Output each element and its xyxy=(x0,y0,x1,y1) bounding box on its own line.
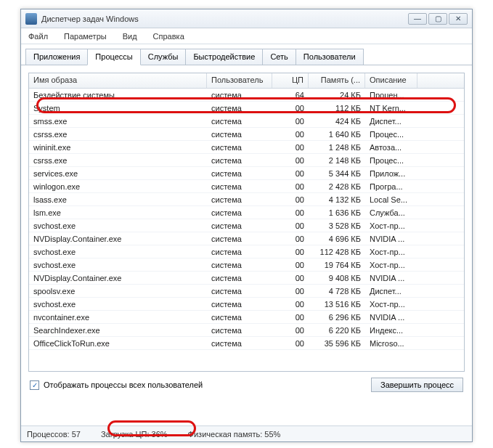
table-row[interactable]: NVDisplay.Container.exeсистема009 408 КБ… xyxy=(29,272,464,285)
cell-image: services.exe xyxy=(29,168,207,179)
table-row[interactable]: nvcontainer.exeсистема006 296 КБNVIDIA .… xyxy=(29,311,464,324)
cell-mem: 2 428 КБ xyxy=(309,182,365,192)
cell-user: система xyxy=(207,103,272,113)
cell-mem: 6 296 КБ xyxy=(309,312,365,322)
cell-cpu: 00 xyxy=(272,129,309,139)
cell-user: система xyxy=(207,208,272,218)
table-row[interactable]: svchost.exeсистема003 528 КБХост-пр... xyxy=(29,219,464,232)
cell-mem: 1 640 КБ xyxy=(309,129,365,139)
cell-mem: 9 408 КБ xyxy=(309,273,365,283)
close-button[interactable]: ✕ xyxy=(449,13,468,25)
cell-image: csrss.exe xyxy=(29,129,207,139)
col-cpu[interactable]: ЦП xyxy=(272,73,309,88)
tab-users[interactable]: Пользователи xyxy=(296,49,364,65)
cell-desc: Диспет... xyxy=(365,116,417,126)
table-row[interactable]: csrss.exeсистема002 148 КБПроцес... xyxy=(29,154,464,167)
below-row: ✓ Отображать процессы всех пользователей… xyxy=(28,372,465,392)
tab-applications[interactable]: Приложения xyxy=(25,49,88,65)
content-area: Имя образа Пользователь ЦП Память (... О… xyxy=(21,65,472,399)
status-processes: Процессов: 57 xyxy=(27,430,81,439)
cell-cpu: 00 xyxy=(272,142,309,152)
minimize-button[interactable]: — xyxy=(408,13,427,25)
menu-file[interactable]: Файл xyxy=(25,30,51,42)
cell-image: lsass.exe xyxy=(29,195,207,205)
cell-user: система xyxy=(207,247,272,257)
table-header: Имя образа Пользователь ЦП Память (... О… xyxy=(29,73,464,89)
cell-desc: Процес... xyxy=(365,129,417,139)
cell-desc: NT Kern... xyxy=(365,103,417,113)
tab-network[interactable]: Сеть xyxy=(262,49,296,65)
end-process-button[interactable]: Завершить процесс xyxy=(371,378,463,392)
table-row[interactable]: services.exeсистема005 344 КБПрилож... xyxy=(29,167,464,180)
col-image[interactable]: Имя образа xyxy=(29,73,207,88)
cell-cpu: 00 xyxy=(272,168,309,179)
cell-mem: 424 КБ xyxy=(309,116,365,126)
col-memory[interactable]: Память (... xyxy=(309,73,365,88)
cell-user: система xyxy=(207,90,272,100)
status-memory: Физическая память: 55% xyxy=(188,430,281,439)
cell-image: wininit.exe xyxy=(29,142,207,152)
table-row[interactable]: csrss.exeсистема001 640 КБПроцес... xyxy=(29,128,464,141)
cell-cpu: 00 xyxy=(272,299,309,309)
table-row[interactable]: lsass.exeсистема004 132 КБLocal Se... xyxy=(29,193,464,206)
process-table: Имя образа Пользователь ЦП Память (... О… xyxy=(28,73,465,372)
cell-cpu: 64 xyxy=(272,90,309,100)
table-row[interactable]: svchost.exeсистема0019 764 КБХост-пр... xyxy=(29,258,464,272)
table-row[interactable]: SearchIndexer.exeсистема006 220 КБИндекс… xyxy=(29,324,464,337)
table-row[interactable]: wininit.exeсистема001 248 КБАвтоза... xyxy=(29,141,464,154)
table-row[interactable]: svchost.exeсистема00112 428 КБХост-пр... xyxy=(29,245,464,258)
col-description[interactable]: Описание xyxy=(365,73,417,88)
titlebar[interactable]: Диспетчер задач Windows — ▢ ✕ xyxy=(21,9,472,28)
cell-cpu: 00 xyxy=(272,182,309,192)
cell-user: система xyxy=(207,168,272,179)
app-icon xyxy=(25,13,37,25)
table-row[interactable]: svchost.exeсистема0013 516 КБХост-пр... xyxy=(29,298,464,311)
cell-desc: NVIDIA ... xyxy=(365,312,417,322)
cell-cpu: 00 xyxy=(272,338,309,349)
cell-cpu: 00 xyxy=(272,247,309,257)
table-row[interactable]: winlogon.exeсистема002 428 КБПрогра... xyxy=(29,180,464,193)
table-row[interactable]: smss.exeсистема00424 КБДиспет... xyxy=(29,115,464,128)
cell-user: система xyxy=(207,260,272,270)
cell-desc: Автоза... xyxy=(365,142,417,152)
menu-options[interactable]: Параметры xyxy=(61,30,110,42)
cell-cpu: 00 xyxy=(272,103,309,113)
table-row[interactable]: lsm.exeсистема001 636 КБСлужба... xyxy=(29,206,464,219)
table-row[interactable]: Systemсистема00112 КБNT Kern... xyxy=(29,102,464,115)
cell-user: система xyxy=(207,286,272,296)
table-row[interactable]: Бездействие системысистема6424 КБПроцен.… xyxy=(29,89,464,102)
show-all-users-checkbox[interactable]: ✓ xyxy=(30,380,39,390)
cell-desc: NVIDIA ... xyxy=(365,273,417,283)
cell-user: система xyxy=(207,182,272,192)
cell-image: svchost.exe xyxy=(29,221,207,231)
table-body[interactable]: Бездействие системысистема6424 КБПроцен.… xyxy=(29,89,464,372)
maximize-button[interactable]: ▢ xyxy=(428,13,447,25)
cell-image: NVDisplay.Container.exe xyxy=(29,234,207,244)
cell-mem: 24 КБ xyxy=(309,90,365,100)
cell-user: система xyxy=(207,273,272,283)
cell-mem: 6 220 КБ xyxy=(309,325,365,335)
menu-help[interactable]: Справка xyxy=(150,30,187,42)
window-title: Диспетчер задач Windows xyxy=(41,15,408,23)
cell-user: система xyxy=(207,325,272,335)
table-row[interactable]: spoolsv.exeсистема004 728 КБДиспет... xyxy=(29,285,464,298)
tab-processes[interactable]: Процессы xyxy=(87,49,140,65)
tab-performance[interactable]: Быстродействие xyxy=(185,49,263,65)
cell-desc: Процес... xyxy=(365,155,417,166)
tab-services[interactable]: Службы xyxy=(140,49,187,65)
cell-desc: Програ... xyxy=(365,182,417,192)
col-user[interactable]: Пользователь xyxy=(207,73,272,88)
menu-view[interactable]: Вид xyxy=(120,30,140,42)
table-row[interactable]: NVDisplay.Container.exeсистема004 696 КБ… xyxy=(29,232,464,245)
statusbar: Процессов: 57 Загрузка ЦП: 36% Физическа… xyxy=(21,425,472,441)
cell-desc: Local Se... xyxy=(365,195,417,205)
cell-cpu: 00 xyxy=(272,273,309,283)
cell-image: svchost.exe xyxy=(29,260,207,270)
show-all-users-label: Отображать процессы всех пользователей xyxy=(44,380,203,389)
cell-image: winlogon.exe xyxy=(29,182,207,192)
tabbar: Приложения Процессы Службы Быстродействи… xyxy=(21,44,472,65)
cell-user: система xyxy=(207,195,272,205)
table-row[interactable]: OfficeClickToRun.exeсистема0035 596 КБMi… xyxy=(29,337,464,350)
cell-image: SearchIndexer.exe xyxy=(29,325,207,335)
cell-cpu: 00 xyxy=(272,221,309,231)
